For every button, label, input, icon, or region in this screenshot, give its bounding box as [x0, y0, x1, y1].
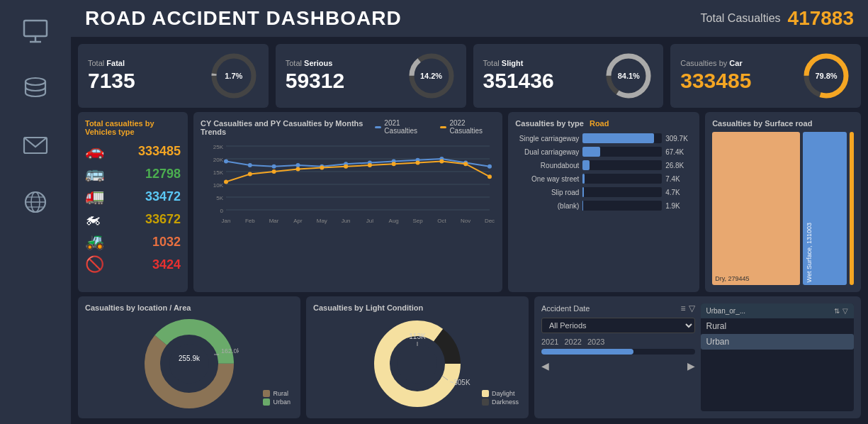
- vehicle-row-1: 🚌 12798: [85, 164, 181, 183]
- svg-text:25K: 25K: [213, 144, 224, 150]
- road-row-5: (blank) 1.9K: [515, 201, 692, 211]
- svg-point-43: [248, 172, 252, 177]
- svg-text:Mar: Mar: [269, 218, 279, 224]
- filter-slider-track: [541, 349, 695, 355]
- kpi-left-3: Casualties by Car 333485: [680, 59, 751, 93]
- urban-option-urban[interactable]: Urban: [701, 334, 855, 350]
- legend-label-2022: 2022 Casualties: [449, 119, 495, 135]
- svg-rect-0: [24, 21, 47, 36]
- surface-dry-label: Dry, 279445: [715, 275, 797, 282]
- vehicle-val-3: 33672: [145, 212, 181, 227]
- kpi-value-1: 59312: [286, 69, 344, 93]
- svg-text:0: 0: [220, 208, 224, 214]
- kpi-left-1: Total Serious 59312: [286, 59, 344, 93]
- kpi-donut-3: 79.8%: [801, 51, 851, 101]
- road-row-0: Single carriageway 309.7K: [515, 133, 692, 143]
- surface-ice-bar: [850, 132, 854, 285]
- svg-text:15K: 15K: [213, 169, 224, 176]
- vehicles-panel: Total casualties byVehicles type 🚗 33348…: [78, 112, 188, 292]
- svg-point-31: [248, 163, 252, 167]
- header-total: Total Casualties 417883: [701, 7, 854, 30]
- urban-color: [263, 398, 270, 406]
- svg-point-48: [368, 163, 372, 167]
- svg-text:5K: 5K: [216, 195, 223, 201]
- road-row-label-0: Single carriageway: [515, 135, 579, 143]
- vehicle-icon-5: 🚫: [85, 255, 104, 274]
- sidebar-icon-database[interactable]: [18, 71, 53, 106]
- svg-point-49: [392, 162, 396, 166]
- sidebar-icon-mail[interactable]: [18, 128, 53, 163]
- filter-icon-funnel[interactable]: ▽: [689, 303, 695, 313]
- road-bar-wrap-3: [582, 174, 662, 184]
- road-bar-wrap-4: [582, 187, 662, 197]
- filter-arrow-right[interactable]: ▶: [687, 360, 695, 372]
- urban-label: Urban: [273, 398, 291, 406]
- road-row-label-2: Roundabout: [515, 162, 579, 169]
- filter-arrow-left[interactable]: ◀: [541, 360, 549, 372]
- filter-period-select[interactable]: All Periods: [541, 318, 695, 333]
- location-title: Casualties by location / Area: [85, 303, 293, 312]
- svg-point-3: [26, 78, 45, 85]
- road-row-val-4: 4.7K: [665, 189, 692, 196]
- urban-col-filter[interactable]: ▽: [842, 307, 848, 315]
- kpi-card-3: Casualties by Car 333485 79.8%: [670, 44, 861, 108]
- filter-left: Accident Date ≡ ▽ All Periods 2021 2022 …: [541, 303, 695, 411]
- vehicle-val-4: 1032: [152, 235, 181, 250]
- legend-label-2021: 2021 Casualties: [384, 119, 430, 135]
- road-row-val-3: 7.4K: [665, 175, 692, 183]
- road-row-3: One way street 7.4K: [515, 174, 692, 184]
- vehicle-row-3: 🏍 33672: [85, 210, 181, 228]
- daylight-label: Daylight: [492, 390, 515, 397]
- vehicle-val-2: 33472: [145, 189, 181, 204]
- road-bar-3: [582, 174, 585, 184]
- svg-text:Aug: Aug: [389, 218, 399, 224]
- svg-point-52: [463, 162, 468, 166]
- svg-point-51: [439, 160, 444, 164]
- vehicle-val-5: 3424: [152, 257, 181, 272]
- kpi-donut-2: 84.1%: [604, 51, 653, 101]
- vehicles-title: Total casualties byVehicles type: [85, 119, 181, 136]
- svg-point-45: [296, 167, 300, 171]
- darkness-label: Darkness: [492, 398, 519, 406]
- svg-text:May: May: [317, 218, 327, 224]
- svg-point-68: [169, 344, 209, 384]
- surface-wet-label: Wet Surface, 131003: [806, 223, 844, 282]
- svg-text:Nov: Nov: [461, 218, 470, 224]
- road-bar-wrap-5: [582, 201, 662, 211]
- sidebar-icon-globe[interactable]: [18, 184, 53, 220]
- svg-text:20K: 20K: [213, 157, 224, 163]
- svg-text:255.9k: 255.9k: [179, 355, 201, 362]
- urban-option-rural[interactable]: Rural: [701, 318, 855, 334]
- content-row: Total casualties byVehicles type 🚗 33348…: [71, 112, 868, 296]
- trends-title: CY Casualties and PY Casualties by Month…: [201, 119, 375, 136]
- filter-header: Accident Date ≡ ▽: [541, 303, 695, 313]
- vehicle-row-5: 🚫 3424: [85, 255, 181, 274]
- surface-title: Casualties by Surface road: [712, 119, 854, 128]
- location-legend-rural: Rural: [263, 390, 291, 397]
- road-panel: Casualties by type Road Single carriagew…: [508, 112, 699, 292]
- kpi-label-1: Total Serious: [286, 59, 344, 67]
- filter-date-label: Accident Date: [541, 304, 590, 313]
- filter-years: 2021 2022 2023: [541, 337, 695, 346]
- filter-icon-lines[interactable]: ≡: [680, 303, 685, 313]
- rural-color: [263, 390, 270, 397]
- svg-point-47: [344, 164, 348, 169]
- vehicle-icon-4: 🚜: [85, 233, 104, 251]
- header: ROAD ACCIDENT DASHBOARD Total Casualties…: [71, 0, 868, 37]
- svg-text:Jun: Jun: [342, 218, 351, 224]
- darkness-color: [482, 398, 489, 406]
- page-title: ROAD ACCIDENT DASHBOARD: [85, 7, 402, 30]
- svg-text:162.0k: 162.0k: [221, 347, 239, 355]
- svg-point-53: [487, 174, 492, 179]
- location-panel: Casualties by location / Area 255.9k 162…: [78, 296, 300, 418]
- sidebar-icon-presentation[interactable]: [18, 14, 53, 50]
- road-bar-5: [582, 201, 583, 211]
- kpi-value-2: 351436: [483, 69, 554, 93]
- svg-text:~305K: ~305K: [449, 379, 470, 386]
- urban-col-sort[interactable]: ⇅: [834, 307, 840, 315]
- road-bar-0: [582, 133, 654, 143]
- filter-slider-fill: [541, 349, 633, 355]
- vehicle-row-4: 🚜 1032: [85, 233, 181, 251]
- kpi-donut-label-3: 79.8%: [815, 72, 837, 80]
- road-bar-wrap-0: [582, 133, 662, 143]
